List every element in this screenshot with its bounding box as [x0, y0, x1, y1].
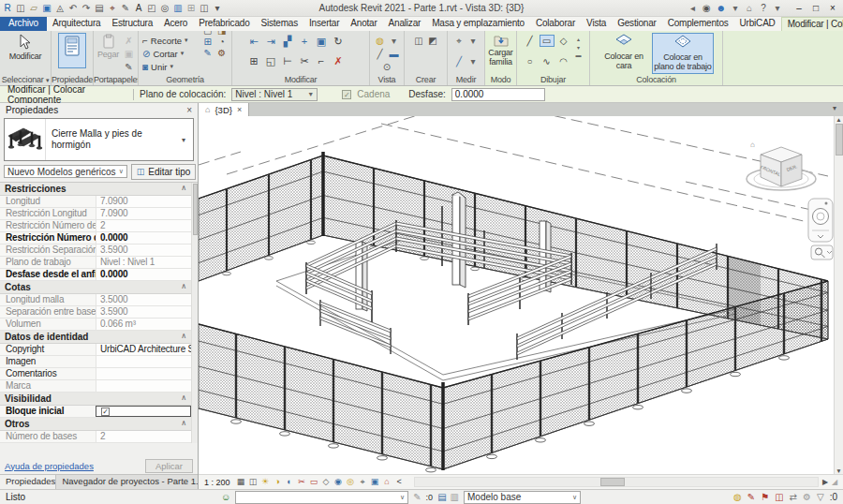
temporary-hide-isolate-icon[interactable]: ◉ — [333, 477, 345, 487]
tab-sistemas[interactable]: Sistemas — [256, 17, 304, 31]
align-icon[interactable]: ⇤ — [248, 36, 259, 54]
view-scale-button[interactable]: 1 : 200 — [204, 478, 230, 487]
scroll-right-icon[interactable]: ▶ — [820, 478, 831, 486]
print-icon[interactable]: ▤ — [95, 2, 104, 14]
viewcube[interactable]: ⌂ FRONTAL DER. — [747, 141, 816, 190]
coping-icon[interactable]: ⊞ — [202, 37, 213, 47]
default-3d-view-icon[interactable]: ◰ — [147, 2, 156, 14]
apply-button[interactable]: Aplicar — [145, 459, 193, 473]
panel-label-vista[interactable]: Vista — [370, 74, 404, 85]
property-row[interactable]: CopyrightUrbiCAD Architecture S.L. © — [0, 344, 191, 356]
section-header[interactable]: Restricciones∧ — [0, 183, 191, 196]
unir-tool[interactable]: ◙Unir▾ — [142, 60, 173, 73]
array-icon[interactable]: ⊞ — [248, 55, 259, 74]
panel-label-dibujar[interactable]: Dibujar — [517, 74, 589, 85]
app-store-icon[interactable]: ⌂ — [745, 2, 754, 14]
paint-icon[interactable]: ◔ — [216, 37, 227, 47]
text-icon[interactable]: A — [134, 2, 143, 14]
panel-label-crear[interactable]: Crear — [405, 74, 447, 85]
section-header[interactable]: Visibilidad∧ — [0, 393, 191, 406]
load-family-button[interactable]: Cargar familia — [486, 33, 516, 74]
move-icon[interactable]: + — [299, 36, 310, 54]
tab-modificar-colocar-componente[interactable]: Modificar | Colocar Componente — [781, 17, 843, 31]
design-options-select[interactable]: Modelo base∨ — [464, 491, 581, 504]
open-icon[interactable]: ▱ — [29, 2, 38, 14]
pin-icon[interactable]: ⌐ — [316, 55, 327, 74]
delete-icon[interactable]: ✗ — [333, 55, 344, 74]
shadows-icon[interactable]: ◑ — [272, 477, 284, 487]
properties-help-link[interactable]: Ayuda de propiedades — [5, 461, 94, 471]
section-header[interactable]: Datos de identidad∧ — [0, 331, 191, 344]
revit-logo[interactable]: R — [3, 2, 12, 14]
trim-icon[interactable]: ⊢ — [282, 55, 293, 74]
create-similar-icon[interactable]: ◩ — [428, 36, 438, 74]
tab-acero[interactable]: Acero — [158, 17, 193, 31]
undo-icon[interactable]: ↶ — [68, 2, 78, 14]
attach-icon[interactable]: ⊙ — [382, 62, 392, 74]
rectangle-tool-icon[interactable]: ▭ — [540, 35, 555, 47]
search-icon[interactable]: ◉ — [702, 2, 711, 14]
polygon-tool-icon[interactable]: ◇ — [556, 35, 571, 47]
demolish-icon[interactable]: ⚙ — [216, 48, 227, 58]
dimension-icon[interactable]: ╱ — [454, 56, 465, 75]
exclude-options-icon[interactable]: ⇄ — [790, 492, 797, 502]
close-hidden-windows-icon[interactable]: ⊞ — [186, 2, 196, 14]
create-group-icon[interactable]: ◫ — [414, 36, 424, 74]
hide-elements-icon[interactable]: ◍ — [375, 36, 385, 48]
navigation-bar[interactable] — [808, 199, 833, 259]
tab-colaborar[interactable]: Colaborar — [530, 17, 581, 31]
rendering-icon[interactable]: ◐ — [284, 477, 296, 487]
tab-anotar[interactable]: Anotar — [345, 17, 382, 31]
property-row[interactable]: Restricción Número de bases2 — [0, 220, 191, 232]
tab-masa-y-emplazamiento[interactable]: Masa y emplazamiento — [426, 17, 530, 31]
tab-estructura[interactable]: Estructura — [106, 17, 158, 31]
analytical-model-icon[interactable]: ▣ — [369, 477, 381, 487]
properties-scrollbar[interactable] — [191, 183, 198, 443]
property-row[interactable]: Bloque inicial✓ — [0, 406, 191, 418]
chain-checkbox[interactable]: ✓ — [342, 90, 351, 99]
panel-label-medir[interactable]: Medir — [448, 74, 484, 85]
3d-model-view[interactable]: ⌂ FRONTAL DER. — [199, 116, 834, 474]
save-icon[interactable]: ▣ — [42, 2, 52, 14]
delete-clipboard-icon[interactable]: ✗ — [124, 36, 134, 48]
tab-arquitectura[interactable]: Arquitectura — [47, 17, 107, 31]
tab-vista[interactable]: Vista — [581, 17, 612, 31]
perimeter-fence-front[interactable] — [199, 281, 828, 472]
design-options-status-icon[interactable]: ◫ — [775, 492, 783, 502]
dropdown-icon[interactable]: ▾ — [468, 56, 479, 75]
resize-grip-icon[interactable]: ◢ — [832, 478, 841, 486]
active-workset-select[interactable]: ∨ — [235, 491, 408, 504]
line-tool-icon[interactable]: ╱ — [523, 35, 538, 47]
tab-propiedades[interactable]: Propiedades — [0, 475, 56, 489]
settings-icon[interactable]: ⚙ — [803, 492, 811, 502]
worksharing-display-icon[interactable]: ◍ — [733, 492, 742, 502]
rotate-icon[interactable]: ↻ — [333, 36, 344, 54]
tab-insertar[interactable]: Insertar — [303, 17, 345, 31]
gray-inactive-icon[interactable]: ▥ — [451, 492, 459, 502]
property-row[interactable]: Restricción Longitud7.0900 — [0, 208, 191, 220]
editing-requests-icon[interactable]: ✎ — [747, 492, 755, 502]
property-row[interactable]: Número de bases2 — [0, 431, 191, 443]
panel-label-geometria[interactable]: Geometría — [139, 74, 231, 85]
displacement-sets-icon[interactable]: ⌂ — [381, 477, 393, 487]
measure-tool-icon[interactable]: ⌖ — [454, 36, 465, 55]
tab-navegador-de-proyectos[interactable]: Navegador de proyectos - Parte 1.rvt — [56, 475, 198, 489]
family-filter-select[interactable]: Nuevo Modelos genéricos∨ — [4, 165, 127, 178]
tab-complementos[interactable]: Complementos — [662, 17, 734, 31]
file-window-icon[interactable]: ◫ — [16, 2, 25, 14]
account-dropdown-icon[interactable]: ▾ — [731, 2, 740, 14]
property-row[interactable]: Longitud malla3.5000 — [0, 294, 191, 306]
detail-level-icon[interactable]: ▦ — [235, 477, 247, 487]
copy-icon[interactable]: ▣ — [124, 49, 134, 61]
worksets-status-icon[interactable]: ⚑ — [761, 492, 769, 502]
worksets-icon[interactable]: ☺ — [221, 492, 230, 502]
colocar-en-cara-button[interactable]: Colocar en cara — [599, 33, 649, 74]
section-icon[interactable]: ◎ — [160, 2, 170, 14]
properties-toggle-button[interactable] — [58, 33, 86, 68]
property-row[interactable]: Separación entre bases3.5900 — [0, 306, 191, 319]
property-row[interactable]: Marca — [0, 380, 191, 393]
displace-icon[interactable]: ▬ — [389, 49, 399, 61]
spline-tool-icon[interactable]: ∿ — [540, 55, 555, 67]
property-row[interactable]: Longitud7.0900 — [0, 196, 191, 208]
dropdown-icon[interactable]: ▾ — [389, 36, 399, 48]
